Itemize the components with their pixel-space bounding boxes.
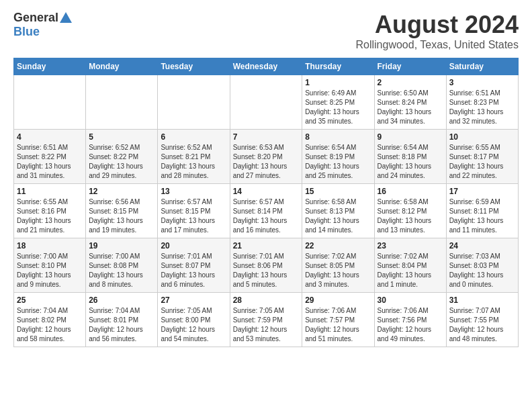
day-number: 2 xyxy=(378,78,443,87)
day-number: 16 xyxy=(378,187,443,196)
day-number: 6 xyxy=(161,132,226,142)
calendar-cell: 8Sunrise: 6:54 AMSunset: 8:19 PMDaylight… xyxy=(302,130,374,184)
day-info: Sunrise: 6:54 AMSunset: 8:18 PMDaylight:… xyxy=(378,143,443,181)
day-info: Sunrise: 6:51 AMSunset: 8:22 PMDaylight:… xyxy=(17,143,83,181)
calendar-header-row: SundayMondayTuesdayWednesdayThursdayFrid… xyxy=(14,58,519,75)
day-info: Sunrise: 6:58 AMSunset: 8:12 PMDaylight:… xyxy=(378,197,443,235)
day-number: 26 xyxy=(89,295,154,305)
calendar-row-2: 4Sunrise: 6:51 AMSunset: 8:22 PMDaylight… xyxy=(14,130,519,184)
calendar-cell: 24Sunrise: 7:03 AMSunset: 8:03 PMDayligh… xyxy=(446,238,518,293)
calendar-cell: 7Sunrise: 6:53 AMSunset: 8:20 PMDaylight… xyxy=(230,130,302,184)
calendar-cell xyxy=(86,75,158,130)
calendar-cell: 12Sunrise: 6:56 AMSunset: 8:15 PMDayligh… xyxy=(86,184,158,238)
day-info: Sunrise: 7:01 AMSunset: 8:07 PMDaylight:… xyxy=(161,252,226,289)
calendar-row-4: 18Sunrise: 7:00 AMSunset: 8:10 PMDayligh… xyxy=(14,238,519,293)
day-number: 20 xyxy=(161,241,226,250)
calendar-header-saturday: Saturday xyxy=(446,58,518,75)
day-info: Sunrise: 7:05 AMSunset: 7:59 PMDaylight:… xyxy=(233,306,300,344)
calendar-cell: 30Sunrise: 7:06 AMSunset: 7:56 PMDayligh… xyxy=(374,293,446,347)
calendar-cell: 28Sunrise: 7:05 AMSunset: 7:59 PMDayligh… xyxy=(230,293,302,347)
day-info: Sunrise: 7:04 AMSunset: 8:01 PMDaylight:… xyxy=(89,306,154,344)
day-number: 7 xyxy=(233,132,300,142)
calendar-cell: 10Sunrise: 6:55 AMSunset: 8:17 PMDayligh… xyxy=(446,130,518,184)
day-number: 24 xyxy=(449,241,515,250)
day-number: 19 xyxy=(89,241,154,250)
day-info: Sunrise: 7:06 AMSunset: 7:56 PMDaylight:… xyxy=(378,306,443,344)
calendar-cell: 11Sunrise: 6:55 AMSunset: 8:16 PMDayligh… xyxy=(14,184,86,238)
calendar-cell: 14Sunrise: 6:57 AMSunset: 8:14 PMDayligh… xyxy=(230,184,302,238)
day-info: Sunrise: 6:57 AMSunset: 8:15 PMDaylight:… xyxy=(161,197,226,235)
calendar-cell: 29Sunrise: 7:06 AMSunset: 7:57 PMDayligh… xyxy=(302,293,374,347)
day-info: Sunrise: 7:06 AMSunset: 7:57 PMDaylight:… xyxy=(305,306,371,344)
calendar-cell: 6Sunrise: 6:52 AMSunset: 8:21 PMDaylight… xyxy=(158,130,230,184)
calendar-cell: 5Sunrise: 6:52 AMSunset: 8:22 PMDaylight… xyxy=(86,130,158,184)
day-number: 9 xyxy=(378,132,443,142)
day-number: 1 xyxy=(305,78,371,87)
calendar-row-1: 1Sunrise: 6:49 AMSunset: 8:25 PMDaylight… xyxy=(14,75,519,130)
calendar-header-wednesday: Wednesday xyxy=(230,58,302,75)
calendar-cell: 27Sunrise: 7:05 AMSunset: 8:00 PMDayligh… xyxy=(158,293,230,347)
day-number: 29 xyxy=(305,295,371,305)
title-section: August 2024 Rollingwood, Texas, United S… xyxy=(355,11,519,51)
day-number: 10 xyxy=(449,132,515,142)
day-number: 13 xyxy=(161,187,226,196)
calendar-header-friday: Friday xyxy=(374,58,446,75)
calendar-header-tuesday: Tuesday xyxy=(158,58,230,75)
day-info: Sunrise: 6:51 AMSunset: 8:23 PMDaylight:… xyxy=(449,89,515,126)
day-info: Sunrise: 7:05 AMSunset: 8:00 PMDaylight:… xyxy=(161,306,226,344)
calendar-cell: 20Sunrise: 7:01 AMSunset: 8:07 PMDayligh… xyxy=(158,238,230,293)
day-info: Sunrise: 6:49 AMSunset: 8:25 PMDaylight:… xyxy=(305,89,371,126)
day-number: 3 xyxy=(449,78,515,87)
logo-blue-text: Blue xyxy=(13,25,72,39)
logo-general-text: General xyxy=(13,11,58,25)
day-number: 14 xyxy=(233,187,300,196)
day-number: 4 xyxy=(17,132,83,142)
calendar-cell: 16Sunrise: 6:58 AMSunset: 8:12 PMDayligh… xyxy=(374,184,446,238)
day-info: Sunrise: 6:58 AMSunset: 8:13 PMDaylight:… xyxy=(305,197,371,235)
page-subtitle: Rollingwood, Texas, United States xyxy=(355,39,519,51)
calendar-header-thursday: Thursday xyxy=(302,58,374,75)
calendar-cell: 23Sunrise: 7:02 AMSunset: 8:04 PMDayligh… xyxy=(374,238,446,293)
calendar-cell: 1Sunrise: 6:49 AMSunset: 8:25 PMDaylight… xyxy=(302,75,374,130)
day-info: Sunrise: 6:55 AMSunset: 8:16 PMDaylight:… xyxy=(17,197,83,235)
day-number: 8 xyxy=(305,132,371,142)
calendar-cell: 22Sunrise: 7:02 AMSunset: 8:05 PMDayligh… xyxy=(302,238,374,293)
calendar-cell: 13Sunrise: 6:57 AMSunset: 8:15 PMDayligh… xyxy=(158,184,230,238)
calendar-cell: 31Sunrise: 7:07 AMSunset: 7:55 PMDayligh… xyxy=(446,293,518,347)
calendar-cell: 3Sunrise: 6:51 AMSunset: 8:23 PMDaylight… xyxy=(446,75,518,130)
day-info: Sunrise: 7:03 AMSunset: 8:03 PMDaylight:… xyxy=(449,252,515,289)
day-number: 31 xyxy=(449,295,515,305)
day-number: 12 xyxy=(89,187,154,196)
day-info: Sunrise: 6:52 AMSunset: 8:22 PMDaylight:… xyxy=(89,143,154,181)
page-title: August 2024 xyxy=(355,11,519,39)
day-info: Sunrise: 6:55 AMSunset: 8:17 PMDaylight:… xyxy=(449,143,515,181)
day-info: Sunrise: 6:54 AMSunset: 8:19 PMDaylight:… xyxy=(305,143,371,181)
day-number: 28 xyxy=(233,295,300,305)
day-info: Sunrise: 7:02 AMSunset: 8:04 PMDaylight:… xyxy=(378,252,443,289)
day-number: 21 xyxy=(233,241,300,250)
calendar-header-monday: Monday xyxy=(86,58,158,75)
day-number: 25 xyxy=(17,295,83,305)
calendar-cell: 15Sunrise: 6:58 AMSunset: 8:13 PMDayligh… xyxy=(302,184,374,238)
calendar-cell: 26Sunrise: 7:04 AMSunset: 8:01 PMDayligh… xyxy=(86,293,158,347)
day-number: 18 xyxy=(17,241,83,250)
calendar-cell: 9Sunrise: 6:54 AMSunset: 8:18 PMDaylight… xyxy=(374,130,446,184)
calendar-cell: 17Sunrise: 6:59 AMSunset: 8:11 PMDayligh… xyxy=(446,184,518,238)
calendar-cell: 25Sunrise: 7:04 AMSunset: 8:02 PMDayligh… xyxy=(14,293,86,347)
day-number: 11 xyxy=(17,187,83,196)
logo: General Blue xyxy=(13,11,72,39)
page-header: General Blue August 2024 Rollingwood, Te… xyxy=(13,11,519,51)
day-info: Sunrise: 7:02 AMSunset: 8:05 PMDaylight:… xyxy=(305,252,371,289)
day-number: 30 xyxy=(378,295,443,305)
day-info: Sunrise: 6:50 AMSunset: 8:24 PMDaylight:… xyxy=(378,89,443,126)
calendar-cell: 19Sunrise: 7:00 AMSunset: 8:08 PMDayligh… xyxy=(86,238,158,293)
day-info: Sunrise: 7:04 AMSunset: 8:02 PMDaylight:… xyxy=(17,306,83,344)
logo-triangle-icon xyxy=(60,12,72,23)
day-number: 23 xyxy=(378,241,443,250)
day-info: Sunrise: 6:59 AMSunset: 8:11 PMDaylight:… xyxy=(449,197,515,235)
calendar-row-3: 11Sunrise: 6:55 AMSunset: 8:16 PMDayligh… xyxy=(14,184,519,238)
day-info: Sunrise: 7:00 AMSunset: 8:10 PMDaylight:… xyxy=(17,252,83,289)
calendar-header-sunday: Sunday xyxy=(14,58,86,75)
day-info: Sunrise: 7:07 AMSunset: 7:55 PMDaylight:… xyxy=(449,306,515,344)
day-info: Sunrise: 6:52 AMSunset: 8:21 PMDaylight:… xyxy=(161,143,226,181)
